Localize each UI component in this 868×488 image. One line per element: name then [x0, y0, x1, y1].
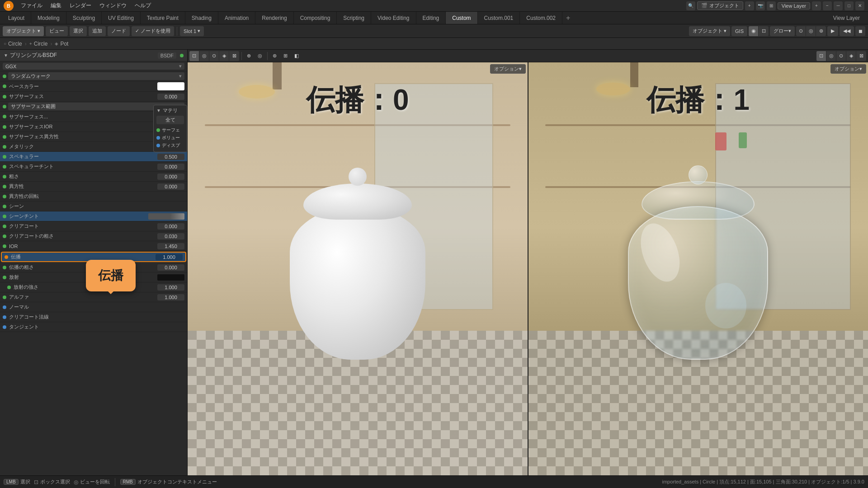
window-close-icon[interactable]: ✕ — [855, 1, 864, 10]
ior-value[interactable]: 1.450 — [157, 243, 184, 249]
view-layer-selector[interactable]: View Layer — [778, 2, 810, 9]
wire-mode-icon[interactable]: ⊡ — [759, 26, 769, 36]
node-panel-expand[interactable]: ▼ — [156, 108, 161, 113]
add-workspace-button[interactable]: + — [562, 12, 574, 24]
sheen-tint-bar[interactable] — [148, 213, 184, 220]
random-walk-dropdown[interactable]: ランダムウォーク ▾ — [8, 72, 184, 80]
clearcoat-roughness-row: クリアコートの粗さ 0.030 — [0, 231, 187, 241]
viewport-icon[interactable]: ⊞ — [767, 1, 776, 10]
right-options-btn[interactable]: オプション▾ — [830, 64, 866, 74]
play-start-btn[interactable]: ◀◀ — [840, 26, 854, 36]
tab-editing[interactable]: Editing — [416, 12, 446, 24]
tab-texture-paint[interactable]: Texture Paint — [141, 12, 185, 24]
tab-shading[interactable]: Shading — [185, 12, 218, 24]
right-viewport-icon4[interactable]: ◈ — [846, 51, 856, 61]
left-transform-icon[interactable]: ⊞ — [281, 51, 291, 61]
render-icon[interactable]: 📷 — [756, 1, 765, 10]
transmission-value[interactable]: 1.000 — [156, 254, 183, 260]
toolbar-div1 — [241, 52, 242, 60]
slot-selector[interactable]: Slot 1 ▾ — [180, 26, 204, 36]
tab-uv-editing[interactable]: UV Editing — [102, 12, 141, 24]
left-viewport-icon2[interactable]: ◎ — [199, 51, 209, 61]
solid-mode-icon[interactable]: ◉ — [749, 26, 759, 36]
playback-icon1[interactable]: ⏹ — [855, 26, 865, 36]
panel-expand-icon[interactable]: ▼ — [4, 53, 8, 58]
base-color-swatch[interactable] — [157, 82, 184, 90]
roughness-value[interactable]: 0.000 — [157, 174, 184, 180]
tab-custom002[interactable]: Custom.002 — [520, 12, 562, 24]
left-viewport-icon1[interactable]: ⊡ — [189, 51, 199, 61]
search-icon[interactable]: 🔍 — [686, 1, 695, 10]
tab-custom001[interactable]: Custom.001 — [478, 12, 520, 24]
left-proportional-icon[interactable]: ◎ — [255, 51, 265, 61]
emission-bar[interactable] — [157, 274, 184, 281]
left-viewport[interactable]: 伝播：0 オプション▾ — [188, 62, 528, 475]
left-viewport-icon4[interactable]: ◈ — [219, 51, 229, 61]
remove-view-layer-icon[interactable]: − — [823, 1, 832, 10]
tab-compositing[interactable]: Compositing — [294, 12, 337, 24]
right-viewport[interactable]: 伝播：1 オプション▾ — [528, 62, 868, 475]
add-menu[interactable]: 追加 — [89, 26, 106, 36]
tab-sculpting[interactable]: Sculpting — [66, 12, 102, 24]
right-viewport-icon3[interactable]: ⊙ — [836, 51, 846, 61]
view-layer-tab[interactable]: View Layer — [827, 12, 866, 24]
subsurface-color-label: サブサーフェス... — [8, 113, 156, 120]
gis-btn2[interactable]: GIS — [731, 26, 747, 36]
play-btn[interactable]: ▶ — [827, 26, 838, 36]
window-minimize-icon[interactable]: ─ — [834, 1, 843, 10]
subsurface-value[interactable]: 0.000 — [157, 94, 184, 100]
scene-selector[interactable]: 🎬 オブジェクト — [697, 1, 743, 10]
emission-strength-value[interactable]: 1.000 — [157, 284, 184, 291]
tab-rendering[interactable]: Rendering — [255, 12, 293, 24]
left-options-btn[interactable]: オプション▾ — [490, 64, 526, 74]
use-nodes-toggle[interactable]: ✓ ノードを使用 — [132, 26, 174, 36]
right-viewport-icon5[interactable]: ⊠ — [856, 51, 866, 61]
new-scene-icon[interactable]: + — [745, 1, 754, 10]
shade2-icon[interactable]: ◎ — [806, 26, 816, 36]
left-orient-icon[interactable]: ◧ — [292, 51, 302, 61]
menu-window[interactable]: ウィンドウ — [96, 1, 130, 10]
tab-video-editing[interactable]: Video Editing — [371, 12, 416, 24]
alpha-value[interactable]: 1.000 — [157, 294, 184, 300]
breadcrumb-circle1[interactable]: Circle — [8, 41, 22, 47]
left-pivot-icon[interactable]: ⊛ — [270, 51, 280, 61]
node-menu[interactable]: ノード — [108, 26, 130, 36]
tab-animation[interactable]: Animation — [218, 12, 255, 24]
tab-scripting[interactable]: Scripting — [337, 12, 371, 24]
shade3-icon[interactable]: ⊛ — [816, 26, 826, 36]
ggx-dropdown[interactable]: GGX ▾ — [3, 63, 184, 70]
menu-edit[interactable]: 編集 — [47, 1, 65, 10]
window-maximize-icon[interactable]: □ — [844, 1, 854, 10]
select-menu[interactable]: 選択 — [70, 26, 87, 36]
left-snap-icon[interactable]: ⊕ — [244, 51, 254, 61]
breadcrumb-icon3: ◈ — [55, 41, 58, 46]
specular-value[interactable]: 0.500 — [157, 154, 184, 160]
anisotropy-value[interactable]: 0.000 — [157, 183, 184, 190]
view-menu[interactable]: ビュー — [46, 26, 68, 36]
clearcoat-roughness-value[interactable]: 0.030 — [157, 233, 184, 239]
specular-tint-value[interactable]: 0.000 — [157, 164, 184, 170]
breadcrumb-circle2[interactable]: Circle — [34, 41, 48, 47]
object-type-btn2[interactable]: オブジェクト ▾ — [689, 26, 730, 36]
left-viewport-icon3[interactable]: ⊙ — [209, 51, 219, 61]
context-menu-label: オブジェクトコンテキストメニュー — [137, 479, 217, 485]
glow-btn2[interactable]: グロー▾ — [770, 26, 795, 36]
subsurface-ior-dot — [3, 125, 6, 129]
right-viewport-icon1[interactable]: ⊡ — [816, 51, 826, 61]
object-mode-dropdown[interactable]: オブジェクト ▾ — [3, 26, 44, 36]
menu-help[interactable]: ヘルプ — [131, 1, 155, 10]
shade1-icon[interactable]: ⊙ — [796, 26, 806, 36]
menu-render[interactable]: レンダー — [66, 1, 95, 10]
menu-file[interactable]: ファイル — [17, 1, 46, 10]
node-all-btn[interactable]: 全て — [156, 116, 184, 124]
tab-modeling[interactable]: Modeling — [31, 12, 66, 24]
clearcoat-value[interactable]: 0.000 — [157, 223, 184, 230]
right-viewport-icon2[interactable]: ◎ — [826, 51, 836, 61]
subsurface-range-dot — [3, 105, 6, 108]
tab-layout[interactable]: Layout — [2, 12, 31, 24]
breadcrumb-pot[interactable]: Pot — [60, 41, 68, 47]
left-viewport-icon5[interactable]: ⊠ — [229, 51, 239, 61]
tab-custom[interactable]: Custom — [446, 12, 477, 24]
transmission-roughness-value[interactable]: 0.000 — [157, 264, 184, 271]
add-view-layer-icon[interactable]: + — [812, 1, 821, 10]
